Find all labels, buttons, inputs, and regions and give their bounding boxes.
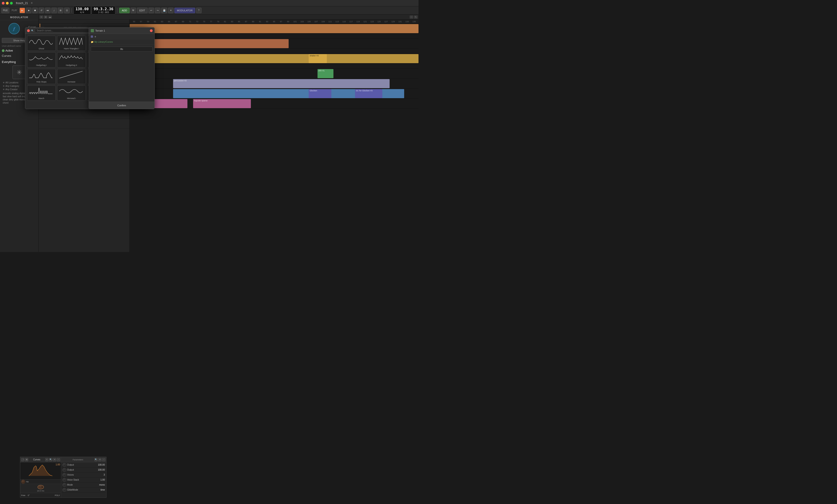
undo-button[interactable]: ↩: [148, 8, 154, 13]
record-button[interactable]: ⏺: [32, 8, 38, 13]
minimize-button[interactable]: [6, 2, 8, 4]
curves-label: Curves: [2, 54, 11, 57]
curve-hedgehog-1[interactable]: Hedgehog I: [27, 52, 56, 68]
clips-area[interactable]: shaker #2 shaker #3 ohh #1 percussion #2: [130, 24, 418, 252]
curve-mirrored-1[interactable]: Mirrored I: [57, 86, 86, 101]
curve-hedgehog-1-name: Hedgehog I: [36, 64, 47, 67]
file-button[interactable]: FILE: [1, 8, 9, 13]
timeline-num: 123: [369, 20, 376, 23]
curve-holy-stupa[interactable]: Holy Stupa: [27, 69, 56, 84]
close-button[interactable]: [2, 2, 4, 4]
tag-chord[interactable]: chord: [3, 101, 8, 104]
help-button[interactable]: ?: [196, 8, 201, 13]
tempo-display[interactable]: 130.00 4/4: [73, 6, 91, 15]
curves-dialog-close[interactable]: [27, 29, 30, 32]
timeline-num: 59: [145, 20, 152, 23]
curve-march[interactable]: March: [27, 86, 56, 101]
timeline-num: 93: [264, 20, 271, 23]
midi-button[interactable]: M: [130, 8, 136, 13]
track-options-btn[interactable]: ⋮: [410, 16, 413, 19]
timeline-num: 55: [130, 20, 138, 23]
curve-harm-tri-1-name: Harm-Triangles I: [64, 48, 79, 50]
cursor-btn[interactable]: ↖: [414, 16, 417, 19]
terrain-titlebar: Terrain 1: [89, 27, 155, 34]
tag-clean[interactable]: clean: [3, 98, 8, 101]
any-creator-label: Any Creator: [5, 88, 18, 91]
terrain-add-button[interactable]: +: [94, 35, 96, 38]
clip-ohh[interactable]: ohh #1: [318, 69, 334, 78]
transport-time: 3:02.003: [98, 11, 109, 14]
list-view-btn[interactable]: ≡: [40, 16, 43, 19]
curve-hedgehog-2[interactable]: Hedgehog II: [57, 52, 86, 68]
separator1: [71, 8, 72, 13]
tag-hard[interactable]: hard: [12, 95, 17, 98]
maximize-button[interactable]: [10, 2, 13, 4]
tag-glide[interactable]: glide: [14, 98, 19, 101]
add-button[interactable]: ADD: [119, 8, 129, 13]
redo-button[interactable]: ↪: [155, 8, 160, 13]
tag-soft[interactable]: soft: [18, 95, 21, 98]
tag-slow[interactable]: slow: [7, 95, 12, 98]
detail-view-btn[interactable]: ▬: [48, 16, 52, 19]
timeline-num: 119: [355, 20, 362, 23]
clip-shaker-main[interactable]: shaker #2: [130, 54, 418, 63]
record2-button[interactable]: ⊡: [64, 8, 70, 13]
delete-button[interactable]: ✕: [168, 8, 174, 13]
tag-fast[interactable]: fast: [3, 95, 6, 98]
save-button[interactable]: 💾: [161, 8, 167, 13]
tag-analog[interactable]: analog: [12, 92, 19, 95]
timeline-num: 89: [250, 20, 256, 23]
timeline-num: 135: [411, 20, 417, 23]
timeline-num: 121: [362, 20, 369, 23]
timeline-num: 91: [256, 20, 264, 23]
modulator-button[interactable]: MODULATOR: [175, 8, 195, 13]
clip-glocken[interactable]: Glocken: [309, 89, 332, 98]
curve-increase-name: Increase: [68, 81, 75, 83]
clip-kickbass-main[interactable]: [130, 24, 418, 33]
curve-ghost-name: Ghost: [39, 48, 44, 50]
confirm-button[interactable]: Confirm: [89, 101, 155, 109]
timeline-num: 83: [229, 20, 236, 23]
search-icon: 🔍: [31, 30, 34, 32]
edit-button[interactable]: EDIT: [137, 8, 148, 13]
clips-row-5: percussion #2: [130, 79, 418, 89]
tag-digital[interactable]: digital: [19, 92, 25, 95]
timeline-num: 67: [173, 20, 180, 23]
terrain-close-button[interactable]: [150, 29, 153, 32]
clips-row-kickbass-sub: [130, 34, 418, 39]
play-button[interactable]: ▶: [20, 8, 25, 13]
stop-button[interactable]: ■: [26, 8, 31, 13]
everything-icon[interactable]: ✳: [13, 66, 26, 79]
curve-increase[interactable]: Increase: [57, 69, 86, 84]
tag-dirty[interactable]: dirty: [9, 98, 13, 101]
loop-button[interactable]: ↺: [39, 8, 44, 13]
clips-row-4: ohh #1: [130, 69, 418, 79]
lfo-icon[interactable]: 𝑓: [8, 23, 20, 34]
tempo-value: 130.00: [75, 7, 89, 11]
clip-shaker-3-label: shaker #3: [309, 54, 320, 57]
asterisk-icon: ✳: [17, 69, 22, 76]
clip-percussion[interactable]: percussion #2: [173, 79, 390, 88]
timeline-num: 99: [285, 20, 291, 23]
any-category-label: Any Category: [5, 85, 19, 87]
tag-acoustic[interactable]: acoustic: [3, 92, 11, 95]
clip-shaker-3[interactable]: shaker #3: [309, 54, 327, 63]
terrain-panel: Terrain 1 + 📁 My Library/Curves Confirm: [89, 27, 155, 109]
metronome-button[interactable]: ♩: [51, 8, 57, 13]
grid-view-btn[interactable]: ⊞: [44, 16, 48, 19]
timeline-numbers: 55 57 59 61 63 65 67 69 71 73 75 77 79 8…: [130, 20, 418, 23]
position-value: 99.3.2.36: [94, 7, 113, 11]
clip-kaputte-2[interactable]: kaputte sparse: [193, 99, 251, 108]
clip-sc-glocken[interactable]: SC for Glocken #3: [355, 89, 382, 98]
curve-ghost[interactable]: Ghost: [27, 36, 56, 51]
curve-harm-tri-1[interactable]: Harm-Triangles I: [57, 36, 86, 51]
terrain-path[interactable]: 📁 My Library/Curves: [89, 39, 155, 45]
timeline-num: 117: [348, 20, 355, 23]
position-display[interactable]: 99.3.2.36 3:02.003: [92, 6, 115, 15]
tag-mono[interactable]: mono: [19, 98, 25, 101]
terrain-search-input[interactable]: [91, 46, 153, 52]
capture-button[interactable]: ⊞: [58, 8, 63, 13]
timeline-num: 63: [159, 20, 165, 23]
rewind-button[interactable]: ⏮: [45, 8, 51, 13]
tab-close-icon[interactable]: ✕: [31, 2, 33, 4]
